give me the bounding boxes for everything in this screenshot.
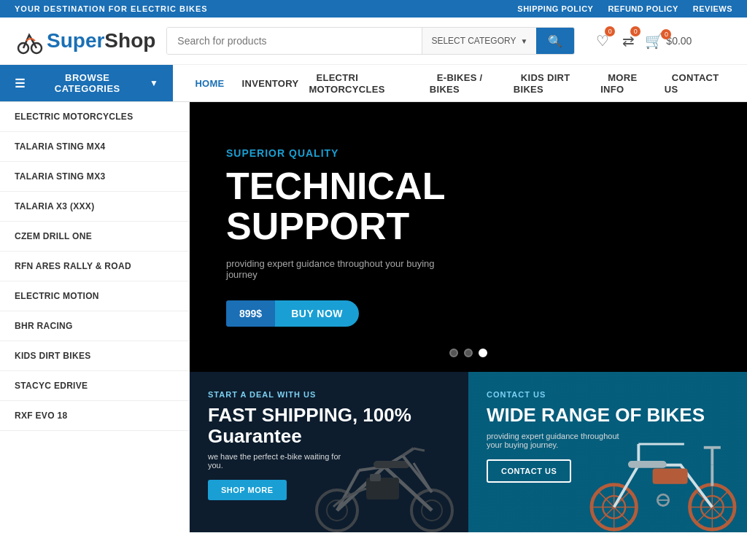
logo-text: SuperShop bbox=[47, 29, 155, 52]
content-wrapper: ELECTRIC MOTORCYCLES TALARIA STING MX4 T… bbox=[0, 102, 747, 532]
top-bar-links: SHIPPING POLICY REFUND POLICY REVIEWS bbox=[517, 4, 732, 13]
header: SuperShop SELECT CATEGORY ▼ 🔍 ♡ 0 ⇄ 0 🛒 … bbox=[0, 18, 747, 65]
svg-rect-35 bbox=[653, 469, 688, 484]
sidebar-item-electric-motorcycles[interactable]: ELECTRIC MOTORCYCLES bbox=[0, 102, 189, 132]
dirt-bike-illustration-left bbox=[301, 416, 468, 532]
wishlist-button[interactable]: ♡ 0 bbox=[593, 29, 612, 52]
svg-rect-32 bbox=[628, 461, 667, 468]
header-icons: ♡ 0 ⇄ 0 🛒 0 $0.00 bbox=[593, 29, 692, 52]
main-nav: HOME INVENTORY ELECTRI MOTORCYCLES E-BIK… bbox=[173, 65, 747, 101]
hero-section: SUPERIOR QUALITY TECHNICAL SUPPORT provi… bbox=[190, 102, 747, 372]
hero-dots bbox=[449, 349, 487, 357]
browse-categories-button[interactable]: ☰ BROWSE CATEGORIES ▼ bbox=[0, 65, 173, 101]
nav-ebikes[interactable]: E-BIKES / BIKES bbox=[430, 68, 483, 99]
hero-slide: SUPERIOR QUALITY TECHNICAL SUPPORT provi… bbox=[190, 102, 747, 372]
logo-shop: Shop bbox=[104, 29, 155, 52]
category-dropdown[interactable]: SELECT CATEGORY ▼ bbox=[422, 28, 536, 54]
sidebar-item-bhr-racing[interactable]: BHR RACING bbox=[0, 311, 189, 341]
sidebar-item-electric-motion[interactable]: ELECTRIC MOTION bbox=[0, 281, 189, 311]
svg-rect-15 bbox=[370, 474, 381, 481]
hero-title-line1: TECHNICAL bbox=[226, 166, 711, 206]
cart-button[interactable]: 🛒 0 $0.00 bbox=[645, 32, 692, 50]
card-wide-range: CONTACT US WIDE RANGE OF BIKES providing… bbox=[468, 372, 747, 532]
sidebar-item-rxf-evo-18[interactable]: RXF EVO 18 bbox=[0, 401, 189, 431]
nav-kids-dirt-bikes[interactable]: KIDS DIRT BIKES bbox=[514, 68, 570, 99]
right-content: SUPERIOR QUALITY TECHNICAL SUPPORT provi… bbox=[190, 102, 747, 532]
hero-price: 899$ bbox=[226, 300, 275, 327]
nav-inventory[interactable]: INVENTORY bbox=[235, 74, 306, 93]
shop-more-button[interactable]: SHOP MORE bbox=[208, 480, 287, 500]
hero-dot-2[interactable] bbox=[464, 349, 473, 357]
search-button[interactable]: 🔍 bbox=[536, 28, 574, 54]
logo[interactable]: SuperShop bbox=[15, 26, 155, 55]
compare-button[interactable]: ⇄ 0 bbox=[619, 29, 638, 52]
hero-description: providing expert guidance throughout you… bbox=[226, 258, 460, 280]
refund-policy-link[interactable]: REFUND POLICY bbox=[608, 4, 678, 13]
hero-dot-1[interactable] bbox=[449, 349, 458, 357]
search-icon: 🔍 bbox=[548, 35, 562, 47]
hero-title: TECHNICAL SUPPORT bbox=[226, 166, 711, 246]
logo-super: Super bbox=[47, 29, 104, 52]
hamburger-icon: ☰ bbox=[15, 77, 26, 90]
reviews-link[interactable]: REVIEWS bbox=[693, 4, 732, 13]
nav-contact[interactable]: CONTACT US bbox=[665, 68, 719, 99]
hero-dot-3[interactable] bbox=[479, 349, 487, 357]
sidebar-item-talaria-x3[interactable]: TALARIA X3 (XXX) bbox=[0, 192, 189, 222]
svg-rect-13 bbox=[374, 461, 410, 468]
category-label: SELECT CATEGORY bbox=[431, 36, 516, 46]
search-bar[interactable]: SELECT CATEGORY ▼ 🔍 bbox=[166, 27, 575, 55]
nav-electri-motorcycles[interactable]: ELECTRI MOTORCYCLES bbox=[309, 68, 392, 99]
hero-cta: 899$ BUY NOW bbox=[226, 300, 711, 327]
chevron-down-icon: ▼ bbox=[520, 37, 527, 45]
sidebar-item-talaria-mx4[interactable]: TALARIA STING MX4 bbox=[0, 132, 189, 162]
sidebar-item-czem-drill-one[interactable]: CZEM DRILL ONE bbox=[0, 222, 189, 252]
svg-line-11 bbox=[403, 448, 414, 456]
logo-icon bbox=[15, 26, 44, 55]
search-input[interactable] bbox=[167, 28, 422, 54]
nav-wrapper: ☰ BROWSE CATEGORIES ▼ HOME INVENTORY ELE… bbox=[0, 65, 747, 102]
sidebar-item-kids-dirt-bikes[interactable]: KIDS DIRT BIKES bbox=[0, 341, 189, 371]
card-left-tag: START A DEAL WITH US bbox=[208, 390, 450, 399]
contact-us-button[interactable]: CONTACT US bbox=[487, 459, 571, 483]
hero-buy-button[interactable]: BUY NOW bbox=[275, 300, 359, 327]
card-right-tag: CONTACT US bbox=[487, 390, 729, 399]
nav-home[interactable]: HOME bbox=[187, 74, 231, 93]
svg-line-17 bbox=[414, 463, 432, 492]
hero-tag: SUPERIOR QUALITY bbox=[226, 147, 711, 159]
wishlist-badge: 0 bbox=[605, 26, 615, 36]
hero-title-line2: SUPPORT bbox=[226, 206, 711, 246]
card-fast-shipping: START A DEAL WITH US FAST SHIPPING, 100%… bbox=[190, 372, 468, 532]
sidebar-item-talaria-mx3[interactable]: TALARIA STING MX3 bbox=[0, 162, 189, 192]
top-bar: YOUR DESTINATION FOR ELECTRIC BIKES SHIP… bbox=[0, 0, 747, 18]
sidebar-item-stacyc-edrive[interactable]: STACYC EDRIVE bbox=[0, 371, 189, 401]
nav-more-info[interactable]: MORE INFO bbox=[600, 68, 637, 99]
chevron-down-icon: ▼ bbox=[150, 78, 158, 88]
browse-label: BROWSE CATEGORIES bbox=[33, 72, 143, 94]
bottom-cards: START A DEAL WITH US FAST SHIPPING, 100%… bbox=[190, 372, 747, 532]
sidebar-item-rfn-ares[interactable]: RFN ARES RALLY & ROAD bbox=[0, 252, 189, 281]
ebike-illustration-right bbox=[572, 408, 747, 532]
shipping-policy-link[interactable]: SHIPPING POLICY bbox=[517, 4, 593, 13]
top-bar-tagline: YOUR DESTINATION FOR ELECTRIC BIKES bbox=[15, 4, 208, 13]
svg-line-12 bbox=[414, 448, 425, 451]
sidebar: ELECTRIC MOTORCYCLES TALARIA STING MX4 T… bbox=[0, 102, 190, 532]
compare-badge: 0 bbox=[630, 26, 640, 36]
